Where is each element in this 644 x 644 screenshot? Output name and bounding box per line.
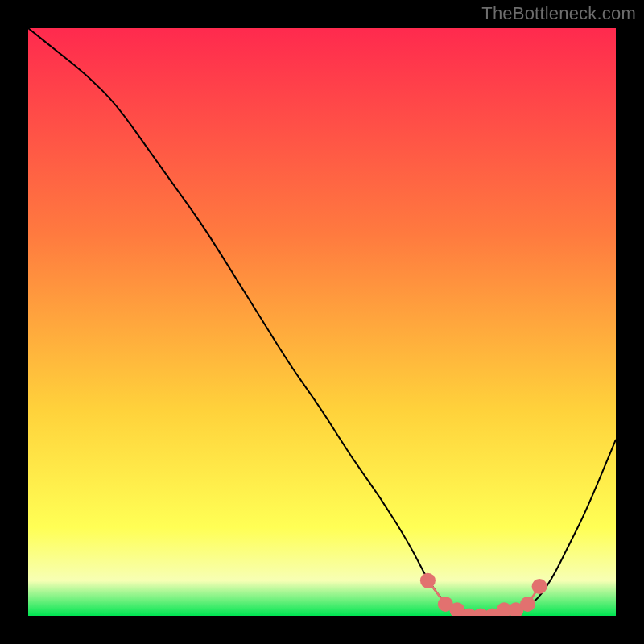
chart-background	[28, 28, 616, 616]
chart-svg	[28, 28, 616, 616]
chart-frame: TheBottleneck.com	[0, 0, 644, 644]
sweet-spot-marker	[520, 597, 535, 612]
sweet-spot-marker	[420, 573, 436, 588]
bottleneck-chart	[28, 28, 616, 616]
watermark-text: TheBottleneck.com	[481, 3, 636, 24]
sweet-spot-marker	[532, 579, 547, 594]
